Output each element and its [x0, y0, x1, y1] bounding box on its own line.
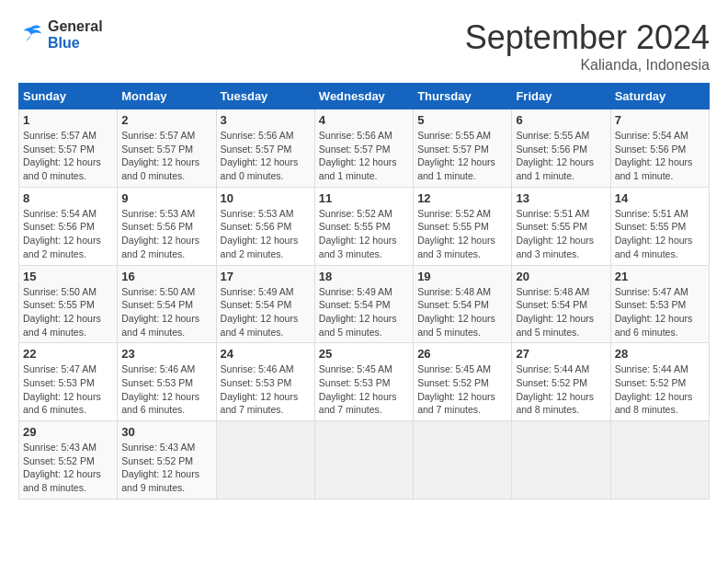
calendar-cell: 5Sunrise: 5:55 AM Sunset: 5:57 PM Daylig… [414, 109, 512, 188]
header-wednesday: Wednesday [314, 84, 413, 109]
calendar-week-1: 1Sunrise: 5:57 AM Sunset: 5:57 PM Daylig… [19, 109, 710, 188]
day-number: 30 [121, 425, 211, 439]
calendar-cell [610, 421, 709, 500]
day-info: Sunrise: 5:56 AM Sunset: 5:57 PM Dayligh… [319, 129, 409, 183]
location: Kalianda, Indonesia [465, 57, 710, 74]
calendar-cell: 8Sunrise: 5:54 AM Sunset: 5:56 PM Daylig… [19, 187, 118, 265]
day-number: 24 [221, 347, 311, 361]
day-info: Sunrise: 5:48 AM Sunset: 5:54 PM Dayligh… [516, 285, 606, 339]
day-number: 3 [221, 113, 311, 127]
calendar-cell: 2Sunrise: 5:57 AM Sunset: 5:57 PM Daylig… [118, 109, 216, 188]
calendar-cell: 23Sunrise: 5:46 AM Sunset: 5:53 PM Dayli… [118, 343, 216, 421]
header-tuesday: Tuesday [216, 84, 314, 109]
calendar-cell: 22Sunrise: 5:47 AM Sunset: 5:53 PM Dayli… [19, 343, 118, 421]
day-number: 22 [23, 347, 113, 361]
day-info: Sunrise: 5:51 AM Sunset: 5:55 PM Dayligh… [516, 207, 606, 261]
calendar-cell [216, 421, 314, 500]
day-number: 18 [319, 270, 409, 283]
month-title: September 2024 [465, 18, 710, 57]
page-header: General Blue September 2024 Kalianda, In… [18, 18, 710, 74]
calendar-cell [512, 421, 610, 500]
day-number: 19 [417, 270, 507, 283]
day-info: Sunrise: 5:56 AM Sunset: 5:57 PM Dayligh… [221, 129, 311, 183]
calendar-cell: 7Sunrise: 5:54 AM Sunset: 5:56 PM Daylig… [610, 109, 709, 188]
calendar-cell: 11Sunrise: 5:52 AM Sunset: 5:55 PM Dayli… [314, 187, 413, 265]
day-info: Sunrise: 5:55 AM Sunset: 5:56 PM Dayligh… [516, 129, 606, 183]
day-info: Sunrise: 5:45 AM Sunset: 5:52 PM Dayligh… [417, 362, 507, 417]
day-info: Sunrise: 5:57 AM Sunset: 5:57 PM Dayligh… [121, 129, 211, 183]
day-info: Sunrise: 5:54 AM Sunset: 5:56 PM Dayligh… [615, 129, 705, 183]
calendar-cell: 25Sunrise: 5:45 AM Sunset: 5:53 PM Dayli… [314, 343, 413, 421]
calendar-cell: 3Sunrise: 5:56 AM Sunset: 5:57 PM Daylig… [216, 109, 314, 188]
calendar-cell: 16Sunrise: 5:50 AM Sunset: 5:54 PM Dayli… [118, 265, 216, 343]
day-number: 26 [417, 347, 507, 361]
day-info: Sunrise: 5:52 AM Sunset: 5:55 PM Dayligh… [417, 207, 507, 261]
calendar-cell: 26Sunrise: 5:45 AM Sunset: 5:52 PM Dayli… [414, 343, 512, 421]
calendar-week-5: 29Sunrise: 5:43 AM Sunset: 5:52 PM Dayli… [19, 421, 710, 500]
header-row: Sunday Monday Tuesday Wednesday Thursday… [19, 84, 710, 109]
day-number: 11 [319, 191, 409, 205]
day-info: Sunrise: 5:45 AM Sunset: 5:53 PM Dayligh… [319, 362, 409, 417]
day-number: 21 [615, 270, 705, 283]
calendar-cell: 4Sunrise: 5:56 AM Sunset: 5:57 PM Daylig… [314, 109, 413, 188]
calendar-week-3: 15Sunrise: 5:50 AM Sunset: 5:55 PM Dayli… [19, 265, 710, 343]
calendar-cell: 13Sunrise: 5:51 AM Sunset: 5:55 PM Dayli… [512, 187, 610, 265]
logo-bird-icon [18, 22, 44, 48]
calendar-cell: 1Sunrise: 5:57 AM Sunset: 5:57 PM Daylig… [19, 109, 118, 188]
day-number: 8 [23, 191, 113, 205]
calendar-cell: 20Sunrise: 5:48 AM Sunset: 5:54 PM Dayli… [512, 265, 610, 343]
calendar-cell: 28Sunrise: 5:44 AM Sunset: 5:52 PM Dayli… [610, 343, 709, 421]
header-saturday: Saturday [610, 84, 709, 109]
day-number: 27 [516, 347, 606, 361]
calendar-cell: 15Sunrise: 5:50 AM Sunset: 5:55 PM Dayli… [19, 265, 118, 343]
day-number: 2 [121, 113, 211, 127]
calendar-cell: 24Sunrise: 5:46 AM Sunset: 5:53 PM Dayli… [216, 343, 314, 421]
day-info: Sunrise: 5:52 AM Sunset: 5:55 PM Dayligh… [319, 207, 409, 261]
calendar-cell: 30Sunrise: 5:43 AM Sunset: 5:52 PM Dayli… [118, 421, 216, 500]
calendar-week-4: 22Sunrise: 5:47 AM Sunset: 5:53 PM Dayli… [19, 343, 710, 421]
day-number: 25 [319, 347, 409, 361]
day-info: Sunrise: 5:44 AM Sunset: 5:52 PM Dayligh… [615, 362, 705, 417]
day-number: 16 [121, 270, 211, 283]
day-number: 4 [319, 113, 409, 127]
day-info: Sunrise: 5:54 AM Sunset: 5:56 PM Dayligh… [23, 207, 113, 261]
calendar-cell: 6Sunrise: 5:55 AM Sunset: 5:56 PM Daylig… [512, 109, 610, 188]
day-number: 14 [615, 191, 705, 205]
header-thursday: Thursday [414, 84, 512, 109]
day-number: 28 [615, 347, 705, 361]
calendar-cell: 17Sunrise: 5:49 AM Sunset: 5:54 PM Dayli… [216, 265, 314, 343]
day-number: 7 [615, 113, 705, 127]
calendar-cell: 10Sunrise: 5:53 AM Sunset: 5:56 PM Dayli… [216, 187, 314, 265]
day-number: 13 [516, 191, 606, 205]
calendar-cell: 21Sunrise: 5:47 AM Sunset: 5:53 PM Dayli… [610, 265, 709, 343]
calendar-week-2: 8Sunrise: 5:54 AM Sunset: 5:56 PM Daylig… [19, 187, 710, 265]
day-number: 10 [221, 191, 311, 205]
day-info: Sunrise: 5:46 AM Sunset: 5:53 PM Dayligh… [221, 362, 311, 417]
day-number: 6 [516, 113, 606, 127]
calendar-cell: 14Sunrise: 5:51 AM Sunset: 5:55 PM Dayli… [610, 187, 709, 265]
header-monday: Monday [118, 84, 216, 109]
day-number: 5 [417, 113, 507, 127]
calendar-cell: 18Sunrise: 5:49 AM Sunset: 5:54 PM Dayli… [314, 265, 413, 343]
day-info: Sunrise: 5:48 AM Sunset: 5:54 PM Dayligh… [417, 285, 507, 339]
header-friday: Friday [512, 84, 610, 109]
day-info: Sunrise: 5:49 AM Sunset: 5:54 PM Dayligh… [319, 285, 409, 339]
header-sunday: Sunday [19, 84, 118, 109]
day-number: 17 [221, 270, 311, 283]
day-info: Sunrise: 5:51 AM Sunset: 5:55 PM Dayligh… [615, 207, 705, 261]
day-number: 12 [417, 191, 507, 205]
day-info: Sunrise: 5:43 AM Sunset: 5:52 PM Dayligh… [23, 441, 113, 495]
day-info: Sunrise: 5:50 AM Sunset: 5:54 PM Dayligh… [121, 285, 211, 339]
day-info: Sunrise: 5:44 AM Sunset: 5:52 PM Dayligh… [516, 362, 606, 417]
day-number: 15 [23, 270, 113, 283]
day-info: Sunrise: 5:43 AM Sunset: 5:52 PM Dayligh… [121, 441, 211, 495]
day-number: 29 [23, 425, 113, 439]
calendar-table: Sunday Monday Tuesday Wednesday Thursday… [18, 83, 710, 500]
logo-text: General Blue [48, 18, 103, 51]
calendar-cell: 9Sunrise: 5:53 AM Sunset: 5:56 PM Daylig… [118, 187, 216, 265]
day-info: Sunrise: 5:49 AM Sunset: 5:54 PM Dayligh… [221, 285, 311, 339]
calendar-cell [414, 421, 512, 500]
day-number: 1 [23, 113, 113, 127]
day-info: Sunrise: 5:47 AM Sunset: 5:53 PM Dayligh… [23, 362, 113, 417]
day-info: Sunrise: 5:46 AM Sunset: 5:53 PM Dayligh… [121, 362, 211, 417]
